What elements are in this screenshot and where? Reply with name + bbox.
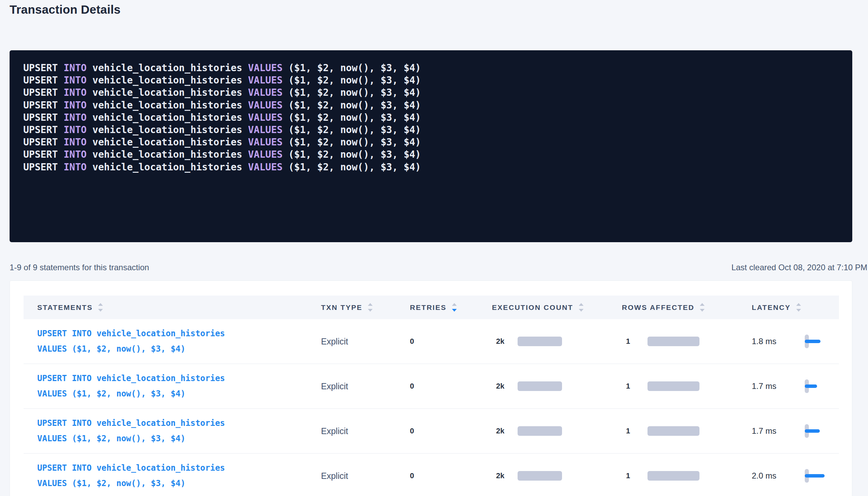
column-header-rows-affected[interactable]: ROWS AFFECTED — [608, 303, 738, 312]
execution-count-bar — [518, 381, 562, 391]
sql-text: ($1, $2, now(), $3, $4) — [283, 149, 421, 160]
sql-statement-line: UPSERT INTO vehicle_location_histories V… — [23, 62, 839, 74]
latency-bar-chart — [805, 468, 829, 483]
statement-cell: UPSERT INTO vehicle_location_historiesVA… — [24, 326, 307, 357]
sql-text: ($1, $2, now(), $3, $4) — [283, 112, 421, 123]
latency-value: 1.8 ms — [752, 337, 793, 346]
sort-desc-icon — [700, 309, 705, 312]
execution-count-bar — [518, 337, 562, 346]
sort-asc-icon — [98, 303, 103, 306]
latency-bar-chart — [805, 423, 829, 439]
column-header-latency[interactable]: LATENCY — [738, 303, 839, 312]
sql-statement-line: UPSERT INTO vehicle_location_histories V… — [23, 161, 839, 173]
txn-type-value: Explicit — [307, 381, 396, 391]
sql-keyword: INTO — [64, 75, 86, 86]
sql-statement-line: UPSERT INTO vehicle_location_histories V… — [23, 87, 839, 99]
sql-keyword: VALUES — [248, 124, 282, 135]
sql-keyword: INTO — [64, 161, 86, 173]
statement-line-1: UPSERT INTO vehicle_location_histories — [37, 326, 307, 341]
sql-text: ($1, $2, now(), $3, $4) — [283, 87, 421, 98]
execution-count-cell: 2k — [478, 381, 608, 391]
sql-text: vehicle_location_histories — [86, 161, 248, 173]
rows-affected-value: 1 — [622, 382, 647, 391]
sql-text: UPSERT — [23, 62, 64, 74]
latency-cell: 1.7 ms — [738, 379, 839, 394]
statement-line-1: UPSERT INTO vehicle_location_histories — [37, 416, 307, 431]
sort-desc-icon — [368, 309, 373, 312]
sql-text: ($1, $2, now(), $3, $4) — [283, 136, 421, 148]
statement-link[interactable]: UPSERT INTO vehicle_location_historiesVA… — [37, 416, 307, 446]
table-body: UPSERT INTO vehicle_location_historiesVA… — [24, 319, 839, 496]
rows-affected-bar — [647, 337, 699, 346]
sql-statement-line: UPSERT INTO vehicle_location_histories V… — [23, 124, 839, 136]
retries-value: 0 — [396, 427, 478, 435]
column-header-statements[interactable]: STATEMENTS — [24, 303, 307, 312]
column-header-retries[interactable]: RETRIES — [396, 303, 478, 312]
sql-text: UPSERT — [23, 149, 64, 160]
column-header-txn-type[interactable]: TXN TYPE — [307, 303, 396, 312]
sort-arrows — [452, 303, 457, 312]
statement-cell: UPSERT INTO vehicle_location_historiesVA… — [24, 371, 307, 402]
sql-keyword: VALUES — [248, 87, 282, 98]
sql-keyword: VALUES — [248, 149, 282, 160]
latency-bar — [805, 429, 820, 433]
sort-desc-icon — [579, 309, 584, 312]
sort-arrows — [579, 303, 584, 312]
execution-count-bar — [518, 471, 562, 481]
rows-affected-bar — [647, 381, 699, 391]
sql-text: vehicle_location_histories — [86, 75, 248, 86]
execution-count-cell: 2k — [478, 337, 608, 346]
latency-bar — [805, 384, 817, 388]
sql-keyword: INTO — [64, 62, 86, 74]
sort-arrows — [368, 303, 373, 312]
sql-text: ($1, $2, now(), $3, $4) — [283, 161, 421, 173]
column-header-execution-count[interactable]: EXECUTION COUNT — [478, 303, 608, 312]
execution-count-value: 2k — [492, 427, 518, 435]
sql-keyword: INTO — [64, 100, 86, 111]
statement-row: UPSERT INTO vehicle_location_historiesVA… — [24, 409, 839, 454]
sort-arrows — [796, 303, 801, 312]
column-header-label: TXN TYPE — [321, 303, 362, 312]
sql-text: UPSERT — [23, 161, 64, 173]
statement-link[interactable]: UPSERT INTO vehicle_location_historiesVA… — [37, 371, 307, 402]
statement-cell: UPSERT INTO vehicle_location_historiesVA… — [24, 460, 307, 491]
txn-type-value: Explicit — [307, 471, 396, 481]
latency-bar — [805, 474, 825, 478]
rows-affected-cell: 1 — [608, 426, 738, 436]
column-header-label: ROWS AFFECTED — [622, 303, 694, 312]
statement-link[interactable]: UPSERT INTO vehicle_location_historiesVA… — [37, 460, 307, 491]
sql-text: UPSERT — [23, 100, 64, 111]
sql-text: UPSERT — [23, 124, 64, 135]
sql-keyword: INTO — [64, 112, 86, 123]
execution-count-bar — [518, 426, 562, 436]
sql-text: vehicle_location_histories — [86, 136, 248, 148]
sql-keyword: VALUES — [248, 100, 282, 111]
txn-type-value: Explicit — [307, 426, 396, 436]
sort-desc-icon — [796, 309, 801, 312]
sort-asc-icon — [796, 303, 801, 306]
sql-text: UPSERT — [23, 75, 64, 86]
statement-line-2: VALUES ($1, $2, now(), $3, $4) — [37, 431, 307, 446]
statement-line-2: VALUES ($1, $2, now(), $3, $4) — [37, 386, 307, 402]
sql-keyword: VALUES — [248, 161, 282, 173]
retries-value: 0 — [396, 382, 478, 391]
sql-text: vehicle_location_histories — [86, 149, 248, 160]
statements-table-card: STATEMENTSTXN TYPERETRIESEXECUTION COUNT… — [10, 280, 852, 496]
latency-cell: 1.8 ms — [738, 334, 839, 349]
latency-value: 1.7 ms — [752, 381, 793, 391]
sql-keyword: VALUES — [248, 136, 282, 148]
execution-count-value: 2k — [492, 382, 518, 391]
sql-text: ($1, $2, now(), $3, $4) — [283, 124, 421, 135]
sql-text: vehicle_location_histories — [86, 62, 248, 74]
sort-asc-icon — [700, 303, 705, 306]
sort-asc-icon — [368, 303, 373, 306]
table-header-row: STATEMENTSTXN TYPERETRIESEXECUTION COUNT… — [24, 296, 839, 319]
column-header-label: STATEMENTS — [37, 303, 93, 312]
statement-link[interactable]: UPSERT INTO vehicle_location_historiesVA… — [37, 326, 307, 357]
rows-affected-cell: 1 — [608, 381, 738, 391]
rows-affected-bar — [647, 471, 699, 481]
rows-affected-value: 1 — [622, 337, 647, 346]
last-cleared-text: Last cleared Oct 08, 2020 at 7:10 PM — [731, 263, 867, 272]
sql-statement-line: UPSERT INTO vehicle_location_histories V… — [23, 148, 839, 161]
latency-value: 1.7 ms — [752, 426, 793, 436]
